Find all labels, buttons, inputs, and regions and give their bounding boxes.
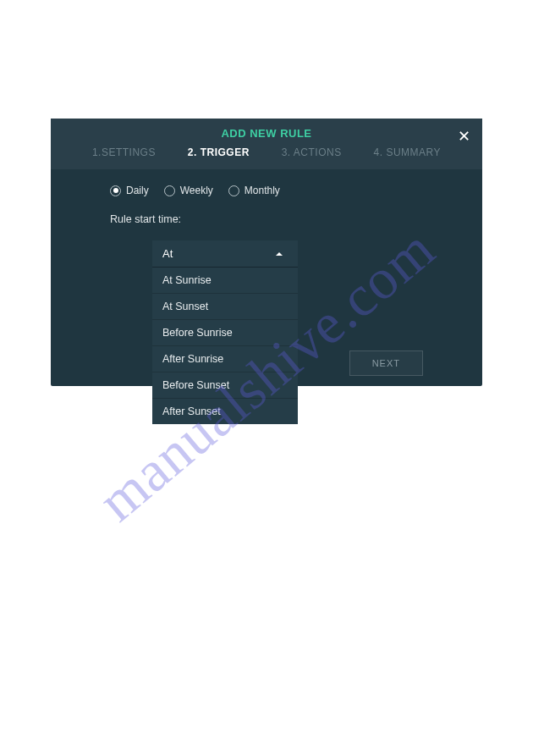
frequency-radio-group: Daily Weekly Monthly [110, 185, 423, 196]
modal-header: ADD NEW RULE ✕ 1.SETTINGS 2. TRIGGER 3. … [51, 119, 482, 169]
chevron-up-icon [276, 252, 283, 256]
dropdown-selected[interactable]: At [152, 240, 298, 267]
radio-weekly[interactable]: Weekly [164, 185, 213, 196]
tab-summary[interactable]: 4. SUMMARY [374, 146, 441, 158]
radio-monthly[interactable]: Monthly [228, 185, 280, 196]
dropdown-selected-label: At [162, 247, 173, 260]
radio-label: Monthly [245, 185, 280, 196]
dropdown-option-after-sunrise[interactable]: After Sunrise [152, 346, 298, 372]
modal-title: ADD NEW RULE [51, 119, 482, 140]
radio-daily[interactable]: Daily [110, 185, 149, 196]
start-time-dropdown: At At Sunrise At Sunset Before Sunrise A… [152, 240, 298, 424]
dropdown-list: At Sunrise At Sunset Before Sunrise Afte… [152, 267, 298, 424]
modal-body: Daily Weekly Monthly Rule start time: At… [51, 169, 482, 424]
tab-settings[interactable]: 1.SETTINGS [92, 146, 156, 158]
tab-actions[interactable]: 3. ACTIONS [282, 146, 342, 158]
dropdown-option-after-sunset[interactable]: After Sunset [152, 399, 298, 424]
dropdown-option-before-sunrise[interactable]: Before Sunrise [152, 320, 298, 346]
add-rule-modal: ADD NEW RULE ✕ 1.SETTINGS 2. TRIGGER 3. … [51, 119, 482, 386]
radio-icon [164, 185, 175, 196]
radio-icon [228, 185, 239, 196]
next-button[interactable]: NEXT [349, 350, 423, 376]
rule-start-time-label: Rule start time: [110, 213, 423, 225]
close-icon[interactable]: ✕ [458, 129, 470, 144]
dropdown-option-at-sunrise[interactable]: At Sunrise [152, 268, 298, 294]
radio-label: Daily [126, 185, 149, 196]
dropdown-option-at-sunset[interactable]: At Sunset [152, 294, 298, 320]
tab-trigger[interactable]: 2. TRIGGER [188, 146, 250, 158]
radio-icon [110, 185, 121, 196]
wizard-tabs: 1.SETTINGS 2. TRIGGER 3. ACTIONS 4. SUMM… [51, 146, 482, 158]
dropdown-option-before-sunset[interactable]: Before Sunset [152, 372, 298, 399]
radio-label: Weekly [180, 185, 213, 196]
